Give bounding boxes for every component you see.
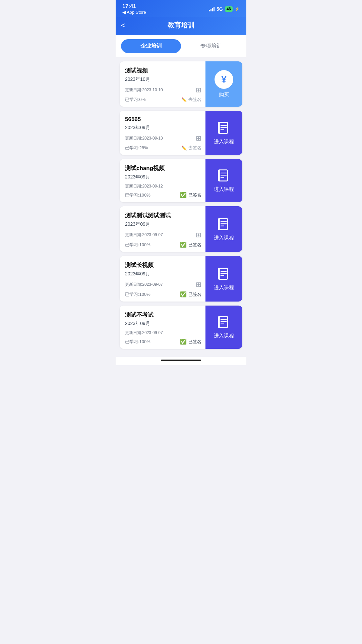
course-card: 测试视频2023年10月更新日期:2023-10-10⊞已学习:0%✏️去签名¥… [120,61,242,107]
qr-icon[interactable]: ⊞ [196,86,201,94]
course-meta-row: 更新日期:2023-10-10⊞ [125,86,201,94]
course-progress: 已学习:28% [125,145,148,151]
course-info: 565652023年09月更新日期:2023-09-13⊞已学习:28%✏️去签… [120,111,205,155]
enter-course-button[interactable]: 进入课程 [205,256,242,302]
course-progress-row: 已学习:0%✏️去签名 [125,97,201,103]
course-update-date: 更新日期:2023-09-12 [125,183,163,189]
course-progress-row: 已学习:28%✏️去签名 [125,145,201,151]
sign-label[interactable]: 去签名 [188,145,201,151]
course-progress-row: 已学习:100%✅已签名 [125,241,201,248]
course-update-date: 更新日期:2023-09-13 [125,136,163,141]
page-title: 教育培训 [168,21,194,30]
sign-label: 已签名 [188,192,201,198]
course-progress-row: 已学习:100%✅已签名 [125,338,201,345]
sign-label: 已签名 [188,339,201,345]
course-progress: 已学习:100% [125,291,150,298]
edit-icon: ✏️ [181,97,187,102]
course-period: 2023年09月 [125,125,201,131]
qr-icon[interactable]: ⊞ [196,231,201,239]
bottom-bar [116,357,246,365]
course-info: 测试长视频2023年09月更新日期:2023-09-07⊞已学习:100%✅已签… [120,256,205,302]
course-update-date: 更新日期:2023-09-07 [125,282,163,287]
action-label: 进入课程 [214,333,234,339]
course-progress-row: 已学习:100%✅已签名 [125,291,201,298]
sign-area[interactable]: ✏️去签名 [181,145,201,151]
course-title: 56565 [125,116,201,123]
enter-course-button[interactable]: 进入课程 [205,111,242,155]
course-progress-row: 已学习:100%✅已签名 [125,192,201,198]
tab-special[interactable]: 专项培训 [181,39,241,53]
course-card: 测试测试测试测试2023年09月更新日期:2023-09-07⊞已学习:100%… [120,206,242,252]
book-icon [217,169,231,183]
enter-course-button[interactable]: 进入课程 [205,306,242,349]
course-period: 2023年09月 [125,321,201,327]
nav-bar: < 教育培训 [116,17,246,35]
course-card: 565652023年09月更新日期:2023-09-13⊞已学习:28%✏️去签… [120,111,242,155]
course-period: 2023年09月 [125,174,201,180]
course-meta-row: 更新日期:2023-09-13⊞ [125,134,201,142]
course-title: 测试不考试 [125,311,201,319]
course-meta-row: 更新日期:2023-09-07⊞ [125,231,201,239]
signal-icon [209,7,215,11]
course-info: 测试不考试2023年09月更新日期:2023-09-07已学习:100%✅已签名 [120,306,205,349]
course-info: 测试chang视频2023年09月更新日期:2023-09-12已学习:100%… [120,159,205,202]
course-info: 测试测试测试测试2023年09月更新日期:2023-09-07⊞已学习:100%… [120,206,205,252]
course-meta-row: 更新日期:2023-09-12 [125,183,201,189]
qr-icon[interactable]: ⊞ [196,280,201,288]
course-progress: 已学习:0% [125,97,145,103]
sign-area[interactable]: ✏️去签名 [181,97,201,103]
course-card: 测试不考试2023年09月更新日期:2023-09-07已学习:100%✅已签名… [120,306,242,349]
qr-icon[interactable]: ⊞ [196,134,201,142]
sign-area: ✅已签名 [180,338,201,345]
svg-rect-16 [219,268,220,279]
battery-icon: ⚡ [235,7,240,11]
yen-icon: ¥ [221,74,227,85]
sign-area: ✅已签名 [180,291,201,298]
battery-badge: 46 [225,6,233,12]
edit-icon: ✏️ [181,146,187,151]
svg-rect-1 [219,122,220,133]
action-label: 进入课程 [214,235,234,241]
course-update-date: 更新日期:2023-09-07 [125,232,163,238]
back-button[interactable]: < [121,21,125,30]
sign-label: 已签名 [188,291,201,298]
check-icon: ✅ [180,241,187,248]
course-period: 2023年10月 [125,76,201,83]
status-bar: 17:41 ◀ App Store 5G 46 ⚡ [116,0,246,17]
svg-rect-21 [219,317,220,328]
course-title: 测试chang视频 [125,164,201,172]
status-right: 5G 46 ⚡ [209,6,240,12]
tabs-bar: 企业培训 专项培训 [116,35,246,57]
course-progress: 已学习:100% [125,192,150,198]
book-icon [217,121,231,136]
action-label: 进入课程 [214,186,234,193]
course-title: 测试视频 [125,67,201,74]
course-title: 测试测试测试测试 [125,212,201,219]
course-update-date: 更新日期:2023-09-07 [125,330,163,336]
action-label: 进入课程 [214,139,234,145]
check-icon: ✅ [180,192,187,198]
course-period: 2023年09月 [125,221,201,227]
course-meta-row: 更新日期:2023-09-07 [125,330,201,336]
action-label: 购买 [219,92,229,98]
status-appstore: ◀ App Store [122,10,146,15]
course-progress: 已学习:100% [125,339,150,345]
sign-label: 已签名 [188,242,201,248]
check-icon: ✅ [180,291,187,298]
buy-button[interactable]: ¥购买 [205,61,242,107]
sign-area: ✅已签名 [180,241,201,248]
course-list: 测试视频2023年10月更新日期:2023-10-10⊞已学习:0%✏️去签名¥… [116,57,246,357]
svg-rect-6 [219,170,220,181]
tab-enterprise[interactable]: 企业培训 [121,39,181,53]
home-indicator [161,360,201,361]
book-icon [217,267,231,282]
enter-course-button[interactable]: 进入课程 [205,206,242,252]
sign-area: ✅已签名 [180,192,201,198]
sign-label[interactable]: 去签名 [188,97,201,103]
action-label: 进入课程 [214,284,234,291]
check-icon: ✅ [180,338,187,345]
status-time: 17:41 [122,3,146,9]
yen-circle: ¥ [215,70,233,89]
book-icon [217,217,231,232]
enter-course-button[interactable]: 进入课程 [205,159,242,202]
